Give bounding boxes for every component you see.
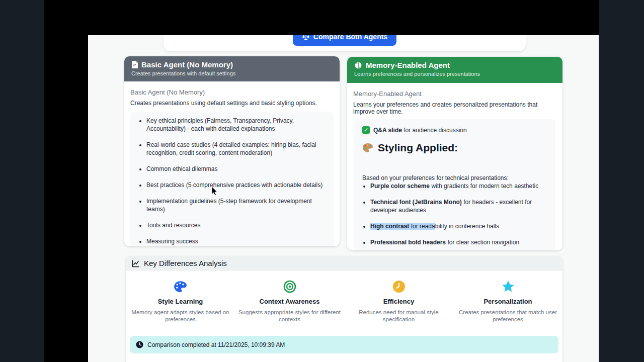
memory-styling-panel: ✓ Q&A slide for audience discussion Sty [354, 119, 555, 250]
memory-agent-card-header: Memory-Enabled Agent Learns preferences … [347, 57, 562, 83]
memory-card-title: Memory-Enabled Agent [366, 61, 450, 69]
feature-context-awareness: Context Awareness Suggests appropriate s… [235, 280, 344, 323]
memory-card-subtitle: Learns preferences and personalizes pres… [354, 71, 555, 77]
list-item: Professional bold headers for clear sect… [370, 238, 547, 246]
memory-body-title: Memory-Enabled Agent [353, 90, 556, 98]
qa-slide-bold: Q&A slide [373, 127, 402, 134]
list-item: Measuring success [146, 237, 327, 245]
feature-style-learning: Style Learning Memory agent adapts style… [126, 280, 235, 323]
basic-agent-card-header: P Basic Agent (No Memory) Creates presen… [124, 56, 340, 81]
list-item: Tools and resources [146, 221, 327, 229]
compare-button-label: Compare Both Agents [313, 35, 387, 41]
qa-slide-line: ✓ Q&A slide for audience discussion [362, 126, 547, 134]
svg-text:P: P [133, 63, 136, 67]
features-row: Style Learning Memory agent adapts style… [126, 280, 562, 323]
compare-both-agents-button[interactable]: Compare Both Agents [293, 35, 396, 46]
chart-icon [132, 259, 140, 267]
palette-icon [129, 280, 232, 294]
document-icon: P [131, 61, 138, 68]
target-icon [238, 280, 341, 294]
list-item: Best practices (5 comprehensive practice… [146, 181, 327, 189]
star-icon [456, 280, 559, 294]
balance-scale-icon [302, 35, 310, 41]
memory-body-text: Learns your preferences and creates pers… [353, 101, 556, 115]
list-item: Implementation guidelines (5-step framew… [146, 197, 327, 213]
key-differences-title: Key Differences Analysis [144, 259, 227, 267]
styling-bullet-list: Purple color scheme with gradients for m… [362, 182, 547, 246]
list-item: Real-world case studies (4 detailed exam… [146, 141, 327, 157]
status-bar: Comparison completed at 11/21/2025, 10:0… [130, 336, 558, 353]
basic-body-text: Creates presentations using default sett… [130, 100, 334, 107]
list-item: Purple color scheme with gradients for m… [370, 182, 547, 190]
app-viewport: Compare Both Agents P Basic Agent (No Me… [88, 35, 599, 362]
basic-body-title: Basic Agent (No Memory) [130, 88, 334, 96]
key-differences-header: Key Differences Analysis [126, 256, 562, 270]
basic-bullet-panel: Key ethical principles (Fairness, Transp… [130, 112, 334, 246]
basic-bullet-list: Key ethical principles (Fairness, Transp… [137, 117, 327, 246]
list-item: Common ethical dilemmas [146, 165, 327, 173]
styling-applied-heading: Styling Applied: [362, 142, 547, 154]
memory-agent-card: Memory-Enabled Agent Learns preferences … [347, 57, 562, 250]
brain-icon [354, 61, 362, 69]
list-item: Technical font (JetBrains Mono) for head… [370, 198, 547, 214]
status-text: Comparison completed at 11/21/2025, 10:0… [147, 341, 285, 348]
comparison-toolbar-card: Compare Both Agents [164, 35, 526, 51]
feature-efficiency: Efficiency Reduces need for manual style… [344, 280, 453, 323]
basic-agent-card: P Basic Agent (No Memory) Creates presen… [124, 56, 340, 246]
list-item: Key ethical principles (Fairness, Transp… [146, 117, 327, 133]
memory-card-body: Memory-Enabled Agent Learns your prefere… [347, 83, 562, 250]
styling-heading-label: Styling Applied: [378, 142, 458, 154]
palette-emoji-icon [362, 143, 373, 153]
check-icon: ✓ [362, 126, 370, 134]
styling-intro: Based on your preferences for technical … [362, 174, 547, 182]
list-item-selected-text: High contrast for readability in confere… [370, 222, 547, 230]
basic-card-title: Basic Agent (No Memory) [141, 60, 233, 69]
basic-card-subtitle: Creates presentations with default setti… [131, 70, 333, 76]
qa-slide-rest: for audience discussion [402, 127, 467, 134]
clock-icon [347, 280, 450, 294]
basic-card-body: Basic Agent (No Memory) Creates presenta… [124, 81, 340, 246]
feature-personalization: Personalization Creates presentations th… [453, 280, 562, 323]
status-clock-icon [136, 341, 143, 348]
